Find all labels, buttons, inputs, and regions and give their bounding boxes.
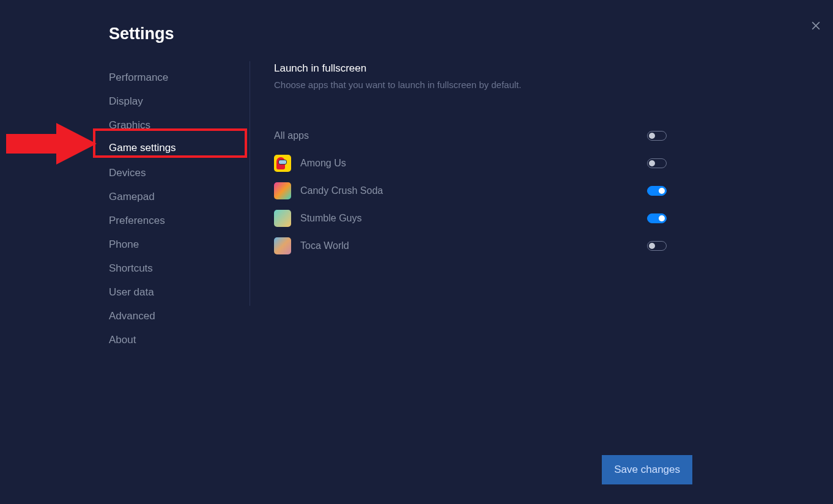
sidebar-item-display[interactable]: Display (109, 89, 250, 113)
sidebar-item-graphics[interactable]: Graphics (109, 113, 250, 137)
app-name-label: Toca World (300, 240, 349, 251)
sidebar-item-about[interactable]: About (109, 328, 250, 352)
all-apps-row: All apps (274, 122, 667, 149)
sidebar-item-label: Gamepad (109, 191, 155, 203)
svg-marker-2 (6, 123, 97, 165)
app-row: Toca World (274, 232, 667, 259)
annotation-arrow-icon (6, 122, 97, 166)
app-icon-candy-crush (274, 182, 291, 199)
app-toggle-among-us[interactable] (647, 158, 667, 168)
sidebar-item-label: Game settings (109, 142, 176, 156)
app-icon-among-us (274, 155, 291, 172)
app-toggle-candy-crush[interactable] (647, 186, 667, 196)
settings-content: Launch in fullscreen Choose apps that yo… (274, 62, 690, 259)
sidebar-item-game-settings[interactable]: Game settings (109, 137, 250, 161)
section-description: Choose apps that you want to launch in f… (274, 80, 690, 90)
sidebar-item-label: Advanced (109, 310, 155, 322)
sidebar-item-shortcuts[interactable]: Shortcuts (109, 256, 250, 280)
sidebar-item-performance[interactable]: Performance (109, 65, 250, 89)
settings-sidebar: Performance Display Graphics Game settin… (109, 65, 250, 352)
page-title: Settings (109, 24, 174, 43)
all-apps-label: All apps (274, 130, 309, 141)
sidebar-item-label: User data (109, 286, 154, 298)
sidebar-item-preferences[interactable]: Preferences (109, 209, 250, 232)
all-apps-toggle[interactable] (647, 131, 667, 141)
sidebar-item-label: Display (109, 95, 143, 108)
sidebar-item-gamepad[interactable]: Gamepad (109, 185, 250, 209)
sidebar-item-label: About (109, 334, 136, 346)
sidebar-item-user-data[interactable]: User data (109, 280, 250, 304)
app-name-label: Candy Crush Soda (300, 185, 383, 196)
app-name-label: Stumble Guys (300, 213, 361, 224)
app-icon-stumble-guys (274, 210, 291, 227)
app-toggle-stumble-guys[interactable] (647, 213, 667, 223)
app-row: Among Us (274, 149, 667, 177)
sidebar-item-label: Shortcuts (109, 262, 153, 275)
app-icon-toca-world (274, 237, 291, 254)
sidebar-item-label: Preferences (109, 215, 165, 227)
section-title: Launch in fullscreen (274, 62, 690, 75)
save-changes-button[interactable]: Save changes (602, 455, 692, 484)
app-toggle-toca-world[interactable] (647, 241, 667, 251)
app-name-label: Among Us (300, 158, 346, 169)
sidebar-item-phone[interactable]: Phone (109, 232, 250, 256)
sidebar-divider (250, 61, 250, 306)
sidebar-item-label: Graphics (109, 119, 150, 132)
sidebar-item-label: Devices (109, 167, 146, 179)
app-row: Candy Crush Soda (274, 177, 667, 204)
close-button[interactable] (810, 20, 822, 34)
sidebar-item-advanced[interactable]: Advanced (109, 304, 250, 328)
sidebar-item-devices[interactable]: Devices (109, 161, 250, 185)
sidebar-item-label: Phone (109, 239, 139, 251)
app-row: Stumble Guys (274, 204, 667, 232)
sidebar-item-label: Performance (109, 72, 168, 84)
